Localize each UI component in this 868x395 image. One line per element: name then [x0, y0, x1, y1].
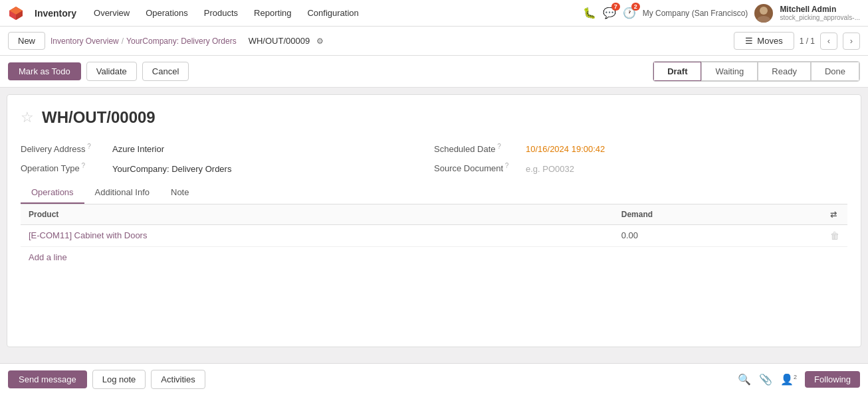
add-line-button[interactable]: Add a line	[21, 247, 75, 268]
tabs: Operations Additional Info Note	[21, 182, 847, 204]
filter-icon[interactable]: ⇄	[830, 210, 837, 219]
search-bottom-icon[interactable]: 🔍	[738, 373, 751, 386]
cancel-button[interactable]: Cancel	[142, 62, 189, 81]
products-table: Product Demand ⇄ [E-COM11] Cabinet with …	[21, 204, 847, 247]
form-col-scheduled: Scheduled Date ? 10/16/2024 19:00:42	[434, 143, 847, 154]
send-message-button[interactable]: Send message	[8, 370, 87, 388]
bottom-bar: Send message Log note Activities 🔍 📎 👤2 …	[0, 363, 868, 395]
status-waiting[interactable]: Waiting	[701, 62, 758, 81]
source-document-label: Source Document ?	[434, 162, 520, 173]
status-ready[interactable]: Ready	[758, 62, 811, 81]
form-col-source: Source Document ? e.g. PO0032	[434, 162, 847, 173]
avatar[interactable]	[754, 4, 773, 23]
sub-bar-left: New Inventory Overview / YourCompany: De…	[8, 32, 239, 50]
status-draft[interactable]: Draft	[653, 62, 701, 81]
table-row: [E-COM11] Cabinet with Doors 0.00 🗑	[21, 224, 847, 246]
user-subtitle: stock_picking_approvals-...	[780, 14, 860, 21]
breadcrumb-sep1: /	[122, 37, 124, 46]
svg-point-4	[760, 7, 768, 15]
tab-additional-info[interactable]: Additional Info	[84, 182, 160, 204]
follower-icon[interactable]: 👤2	[780, 373, 797, 386]
breadcrumb-parent[interactable]: Inventory Overview	[51, 37, 119, 46]
user-info: Mitchell Admin stock_picking_approvals-.…	[780, 5, 860, 21]
sub-bar-right: ☰ Moves 1 / 1 ‹ ›	[734, 32, 860, 50]
col-actions: ⇄	[822, 204, 847, 225]
nav-configuration[interactable]: Configuration	[300, 5, 365, 21]
form-col-operation: Operation Type ? YourCompany: Delivery O…	[21, 162, 434, 173]
delivery-address-value[interactable]: Azure Interior	[112, 144, 164, 154]
bug-icon-btn[interactable]: 🐛	[583, 7, 596, 19]
chat-icon-btn[interactable]: 💬 7	[603, 7, 616, 19]
new-button[interactable]: New	[8, 32, 45, 50]
row-actions-cell: 🗑	[822, 224, 847, 246]
pagination: 1 / 1	[800, 37, 815, 46]
nav-menu: Overview Operations Products Reporting C…	[87, 5, 366, 21]
following-button[interactable]: Following	[805, 371, 860, 388]
company-name: My Company (San Francisco)	[643, 9, 748, 18]
product-cell[interactable]: [E-COM11] Cabinet with Doors	[21, 224, 613, 246]
moves-icon: ☰	[745, 36, 753, 46]
moves-button[interactable]: ☰ Moves	[734, 32, 794, 50]
source-document-value[interactable]: e.g. PO0032	[526, 164, 574, 174]
moves-label: Moves	[757, 36, 782, 46]
delivery-address-label: Delivery Address ?	[21, 143, 107, 154]
next-arrow-btn[interactable]: ›	[843, 33, 860, 50]
chat-badge: 7	[611, 3, 620, 11]
nav-products[interactable]: Products	[197, 5, 245, 21]
delete-row-icon[interactable]: 🗑	[830, 230, 839, 241]
prev-arrow-btn[interactable]: ‹	[820, 33, 837, 50]
status-done[interactable]: Done	[811, 62, 859, 81]
bottom-right: 🔍 📎 👤2 Following	[738, 371, 860, 388]
record-title: WH/OUT/00009	[42, 108, 156, 127]
nav-right-section: 🐛 💬 7 🕐 2 My Company (San Francisco) Mit…	[583, 4, 860, 23]
breadcrumb-middle[interactable]: YourCompany: Delivery Orders	[126, 37, 237, 46]
tab-note[interactable]: Note	[160, 182, 199, 204]
app-title[interactable]: Inventory	[35, 8, 76, 19]
status-steps: Draft Waiting Ready Done	[653, 61, 860, 82]
activities-button[interactable]: Activities	[151, 370, 205, 389]
table-header-row: Product Demand ⇄	[21, 204, 847, 225]
user-name: Mitchell Admin	[780, 5, 860, 14]
operation-type-label: Operation Type ?	[21, 162, 107, 173]
validate-button[interactable]: Validate	[86, 62, 137, 81]
scheduled-date-label: Scheduled Date ?	[434, 143, 520, 154]
operation-type-value[interactable]: YourCompany: Delivery Orders	[112, 164, 231, 174]
main-content: ☆ WH/OUT/00009 Delivery Address ? Azure …	[7, 94, 861, 347]
col-product: Product	[21, 204, 613, 225]
tab-operations[interactable]: Operations	[21, 182, 84, 204]
nav-reporting[interactable]: Reporting	[247, 5, 298, 21]
activity-badge: 2	[631, 3, 640, 11]
app-logo[interactable]	[8, 5, 24, 21]
scheduled-date-value[interactable]: 10/16/2024 19:00:42	[526, 144, 605, 154]
activity-icon-btn[interactable]: 🕐 2	[623, 7, 636, 19]
form-col-delivery: Delivery Address ? Azure Interior	[21, 143, 434, 154]
mark-as-todo-button[interactable]: Mark as Todo	[8, 62, 81, 80]
form-row-delivery: Delivery Address ? Azure Interior Schedu…	[21, 143, 847, 154]
action-bar: Mark as Todo Validate Cancel Draft Waiti…	[0, 56, 868, 88]
follower-count: 2	[794, 374, 797, 380]
breadcrumb-current: WH/OUT/00009	[249, 36, 310, 46]
nav-overview[interactable]: Overview	[87, 5, 136, 21]
col-demand: Demand	[613, 204, 822, 225]
form-row-operation: Operation Type ? YourCompany: Delivery O…	[21, 162, 847, 173]
nav-operations[interactable]: Operations	[139, 5, 195, 21]
record-header: ☆ WH/OUT/00009	[21, 108, 847, 127]
demand-cell[interactable]: 0.00	[613, 224, 822, 246]
attachment-icon[interactable]: 📎	[759, 373, 772, 386]
status-bar: Draft Waiting Ready Done	[653, 61, 860, 82]
breadcrumb: Inventory Overview / YourCompany: Delive…	[51, 37, 239, 46]
top-navigation: Inventory Overview Operations Products R…	[0, 0, 868, 27]
gear-icon[interactable]: ⚙	[316, 37, 324, 46]
svg-point-5	[757, 16, 770, 23]
sub-bar: New Inventory Overview / YourCompany: De…	[0, 27, 868, 56]
favorite-icon[interactable]: ☆	[21, 109, 34, 126]
log-note-button[interactable]: Log note	[92, 370, 146, 389]
